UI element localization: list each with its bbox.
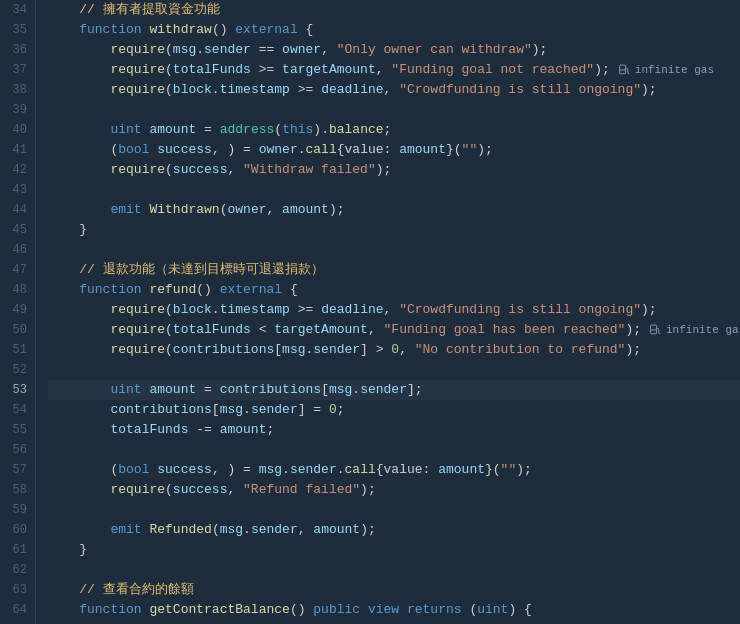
code-line: totalFunds -= amount; [48, 420, 740, 440]
code-line: contributions[msg.sender] = 0; [48, 400, 740, 420]
code-line [48, 100, 740, 120]
gas-label: infinite gas [666, 320, 740, 340]
line-number: 60 [4, 520, 27, 540]
code-text: require(msg.sender == owner, "Only owner… [48, 40, 547, 60]
code-text: require(success, "Withdraw failed"); [48, 160, 391, 180]
code-text: uint amount = address(this).balance; [48, 120, 391, 140]
code-line: require(success, "Withdraw failed"); [48, 160, 740, 180]
line-number: 45 [4, 220, 27, 240]
code-line: (bool success, ) = owner.call{value: amo… [48, 140, 740, 160]
infinite-gas-badge: infinite gas [649, 320, 740, 340]
line-number: 35 [4, 20, 27, 40]
line-number: 61 [4, 540, 27, 560]
line-number: 42 [4, 160, 27, 180]
line-number: 52 [4, 360, 27, 380]
line-number: 47 [4, 260, 27, 280]
code-text: require(contributions[msg.sender] > 0, "… [48, 340, 641, 360]
svg-rect-2 [651, 325, 657, 334]
code-line [48, 440, 740, 460]
code-line: uint amount = contributions[msg.sender]; [48, 380, 740, 400]
code-text: emit Withdrawn(owner, amount); [48, 200, 345, 220]
line-number: 55 [4, 420, 27, 440]
code-text: } [48, 220, 87, 240]
code-line: require(contributions[msg.sender] > 0, "… [48, 340, 740, 360]
code-line: emit Withdrawn(owner, amount); [48, 200, 740, 220]
code-line: function withdraw() external { [48, 20, 740, 40]
line-number: 54 [4, 400, 27, 420]
gas-icon [649, 324, 662, 337]
line-number: 40 [4, 120, 27, 140]
code-line: // 查看合約的餘額 [48, 580, 740, 600]
code-line [48, 360, 740, 380]
code-text: return address(this).balance; [48, 620, 337, 624]
code-line: require(totalFunds >= targetAmount, "Fun… [48, 60, 740, 80]
code-line: function getContractBalance() public vie… [48, 600, 740, 620]
line-number: 46 [4, 240, 27, 260]
code-line: } [48, 220, 740, 240]
code-line: // 退款功能（未達到目標時可退還捐款） [48, 260, 740, 280]
code-text: require(totalFunds < targetAmount, "Fund… [48, 320, 641, 340]
gas-icon [618, 64, 631, 77]
line-number: 43 [4, 180, 27, 200]
line-number: 39 [4, 100, 27, 120]
code-text: (bool success, ) = msg.sender.call{value… [48, 460, 532, 480]
code-text: require(block.timestamp >= deadline, "Cr… [48, 300, 657, 320]
code-line: emit Refunded(msg.sender, amount); [48, 520, 740, 540]
line-number: 59 [4, 500, 27, 520]
code-text: totalFunds -= amount; [48, 420, 274, 440]
code-text: contributions[msg.sender] = 0; [48, 400, 345, 420]
line-number: 65 [4, 620, 27, 624]
line-number: 36 [4, 40, 27, 60]
code-line: return address(this).balance; [48, 620, 740, 624]
code-line: function refund() external { [48, 280, 740, 300]
line-number: 64 [4, 600, 27, 620]
line-number: 48 [4, 280, 27, 300]
code-line [48, 240, 740, 260]
code-text: } [48, 540, 87, 560]
code-line: require(msg.sender == owner, "Only owner… [48, 40, 740, 60]
gas-label: infinite gas [635, 60, 714, 80]
code-line: require(block.timestamp >= deadline, "Cr… [48, 300, 740, 320]
code-text: // 擁有者提取資金功能 [48, 0, 220, 20]
code-text: emit Refunded(msg.sender, amount); [48, 520, 376, 540]
code-text: uint amount = contributions[msg.sender]; [48, 380, 423, 400]
code-line [48, 560, 740, 580]
line-number: 62 [4, 560, 27, 580]
code-line [48, 180, 740, 200]
line-number: 41 [4, 140, 27, 160]
code-line: (bool success, ) = msg.sender.call{value… [48, 460, 740, 480]
line-number: 44 [4, 200, 27, 220]
line-number: 34 [4, 0, 27, 20]
code-content[interactable]: // 擁有者提取資金功能 function withdraw() externa… [36, 0, 740, 624]
code-line: require(block.timestamp >= deadline, "Cr… [48, 80, 740, 100]
line-numbers: 3435363738394041424344454647484950515253… [0, 0, 36, 624]
line-number: 49 [4, 300, 27, 320]
code-editor: 3435363738394041424344454647484950515253… [0, 0, 740, 624]
code-text: require(totalFunds >= targetAmount, "Fun… [48, 60, 610, 80]
code-line: require(totalFunds < targetAmount, "Fund… [48, 320, 740, 340]
line-number: 57 [4, 460, 27, 480]
line-number: 53 [4, 380, 27, 400]
code-text: function withdraw() external { [48, 20, 313, 40]
code-text: (bool success, ) = owner.call{value: amo… [48, 140, 493, 160]
code-line [48, 500, 740, 520]
code-text: function refund() external { [48, 280, 298, 300]
line-number: 37 [4, 60, 27, 80]
svg-rect-0 [619, 65, 625, 74]
code-line: uint amount = address(this).balance; [48, 120, 740, 140]
code-line: require(success, "Refund failed"); [48, 480, 740, 500]
code-text: require(success, "Refund failed"); [48, 480, 376, 500]
line-number: 50 [4, 320, 27, 340]
line-number: 63 [4, 580, 27, 600]
code-line: } [48, 540, 740, 560]
code-text: require(block.timestamp >= deadline, "Cr… [48, 80, 657, 100]
infinite-gas-badge: infinite gas [618, 60, 714, 80]
code-text: function getContractBalance() public vie… [48, 600, 532, 620]
code-text: // 退款功能（未達到目標時可退還捐款） [48, 260, 324, 280]
line-number: 58 [4, 480, 27, 500]
line-number: 56 [4, 440, 27, 460]
code-text: // 查看合約的餘額 [48, 580, 194, 600]
line-number: 51 [4, 340, 27, 360]
line-number: 38 [4, 80, 27, 100]
code-line: // 擁有者提取資金功能 [48, 0, 740, 20]
